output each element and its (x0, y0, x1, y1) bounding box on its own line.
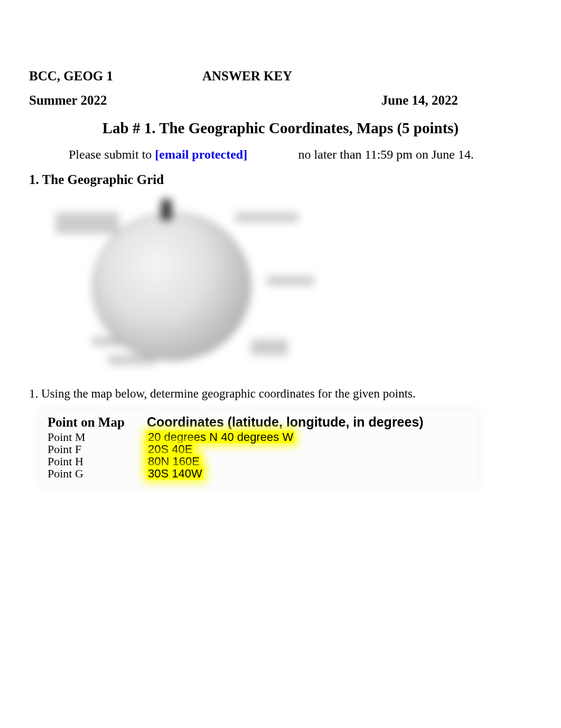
course-code: BCC, GEOG 1 (29, 69, 202, 84)
coords-cell: 20S 40E (147, 443, 193, 455)
submit-left: Please submit to [email protected] (69, 148, 247, 162)
table-header-point: Point on Map (48, 415, 147, 430)
table-row: Point H 80N 160E (48, 455, 470, 467)
question-1-text: 1. Using the map below, determine geogra… (29, 387, 532, 401)
globe-diagram (40, 197, 314, 376)
point-cell: Point G (48, 467, 147, 480)
header-row-1: BCC, GEOG 1 ANSWER KEY (29, 69, 532, 84)
coords-cell: 20 degrees N 40 degrees W (147, 431, 294, 443)
lab-title: Lab # 1. The Geographic Coordinates, Map… (29, 119, 532, 137)
coordinates-table: Point on Map Coordinates (latitude, long… (40, 410, 478, 487)
table-row: Point M 20 degrees N 40 degrees W (48, 431, 470, 443)
point-cell: Point M (48, 431, 147, 443)
table-header-coords: Coordinates (latitude, longitude, in deg… (147, 414, 424, 430)
date-label: June 14, 2022 (381, 93, 458, 108)
section-1-heading: 1. The Geographic Grid (29, 172, 532, 187)
email-link[interactable]: [email protected] (155, 148, 247, 161)
table-row: Point F 20S 40E (48, 443, 470, 455)
answer-key-label: ANSWER KEY (202, 69, 292, 84)
table-row: Point G 30S 140W (48, 467, 470, 480)
point-cell: Point H (48, 455, 147, 467)
submit-instructions: Please submit to [email protected] no la… (29, 148, 532, 162)
submit-prefix: Please submit to (69, 148, 155, 161)
submit-deadline: no later than 11:59 pm on June 14. (298, 148, 474, 162)
header-row-2: Summer 2022 June 14, 2022 (29, 93, 532, 108)
term-label: Summer 2022 (29, 93, 107, 108)
table-header: Point on Map Coordinates (latitude, long… (48, 414, 470, 430)
coords-cell: 80N 160E (147, 455, 201, 467)
coords-cell: 30S 140W (147, 467, 203, 480)
point-cell: Point F (48, 443, 147, 455)
